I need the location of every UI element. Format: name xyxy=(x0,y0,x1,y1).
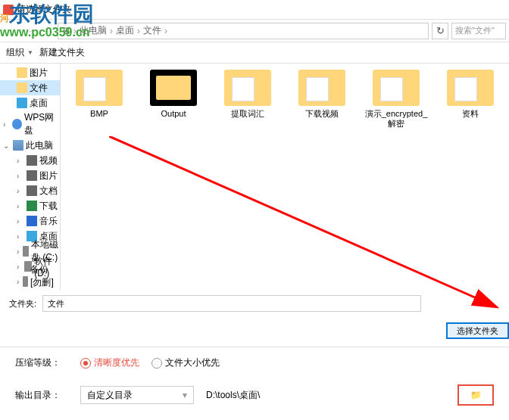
folder-demo-encrypted[interactable]: 演示_encrypted_解密 xyxy=(364,70,429,129)
titlebar: 请选择文件夹 xyxy=(0,0,509,20)
compress-label: 压缩等级： xyxy=(15,356,68,369)
folder-download-video[interactable]: 下载视频 xyxy=(289,70,354,119)
output-row: 输出目录： 自定义目录▾ D:\tools\桌面\ 📁 xyxy=(0,377,509,413)
sidebar-item-pictures2[interactable]: ›图片 xyxy=(0,168,60,183)
sidebar-item-desktop[interactable]: 桌面 xyxy=(0,95,60,110)
folder-name-label: 文件夹: xyxy=(9,298,36,310)
folder-output[interactable]: Output xyxy=(141,70,206,119)
radio-filesize[interactable]: 文件大小优先 xyxy=(151,356,220,369)
select-folder-button[interactable]: 选择文件夹 xyxy=(446,322,509,339)
sidebar-item-documents[interactable]: ›文档 xyxy=(0,183,60,198)
back-button[interactable]: ← xyxy=(3,23,18,39)
toolbar: 组织▼ 新建文件夹 xyxy=(0,42,509,64)
folder-icon: 📁 xyxy=(470,390,482,400)
sidebar-item-music[interactable]: ›音乐 xyxy=(0,213,60,229)
output-path: D:\tools\桌面\ xyxy=(206,389,445,402)
folder-name-input[interactable] xyxy=(42,295,421,312)
folder-bmp[interactable]: BMP xyxy=(67,70,132,119)
sidebar-item-wps[interactable]: ›WPS网盘 xyxy=(0,117,60,132)
sidebar-item-videos[interactable]: ›视频 xyxy=(0,153,60,168)
sidebar: 图片 文件 桌面 ›WPS网盘 ⌄此电脑 ›视频 ›图片 ›文档 ›下载 ›音乐… xyxy=(0,64,61,291)
app-icon xyxy=(3,5,14,15)
organize-menu[interactable]: 组织▼ xyxy=(6,46,33,59)
sidebar-item-thispc[interactable]: ⌄此电脑 xyxy=(0,138,60,153)
refresh-button[interactable]: ↻ xyxy=(432,23,448,39)
search-input[interactable]: 搜索"文件" xyxy=(451,23,506,39)
sidebar-item-downloads[interactable]: ›下载 xyxy=(0,198,60,213)
compress-row: 压缩等级： 清晰度优先 文件大小优先 xyxy=(0,349,509,377)
pc-icon: 🖥 xyxy=(61,26,70,36)
sidebar-item-files[interactable]: 文件 xyxy=(0,80,60,95)
up-button[interactable]: ↑ xyxy=(39,23,55,39)
folder-content: BMP Output 提取词汇 下载视频 演示_encrypted_解密 资料 xyxy=(61,64,509,291)
output-mode-dropdown[interactable]: 自定义目录▾ xyxy=(80,386,194,404)
folder-materials[interactable]: 资料 xyxy=(438,70,503,119)
navbar: ← → ↑ 🖥 › 此电脑 › 桌面 › 文件 › ↻ 搜索"文件" xyxy=(0,20,509,42)
sidebar-item-pictures[interactable]: 图片 xyxy=(0,65,60,80)
new-folder-button[interactable]: 新建文件夹 xyxy=(39,46,85,59)
window-title: 请选择文件夹 xyxy=(17,3,71,16)
browse-folder-button[interactable]: 📁 xyxy=(457,384,494,406)
radio-clarity[interactable]: 清晰度优先 xyxy=(80,356,139,369)
folder-extract[interactable]: 提取词汇 xyxy=(215,70,280,119)
breadcrumb[interactable]: 🖥 › 此电脑 › 桌面 › 文件 › xyxy=(58,23,429,39)
sidebar-item-drive-e[interactable]: ›备份[勿删] (E:) xyxy=(0,274,60,289)
output-label: 输出目录： xyxy=(15,389,68,402)
forward-button[interactable]: → xyxy=(21,23,36,39)
